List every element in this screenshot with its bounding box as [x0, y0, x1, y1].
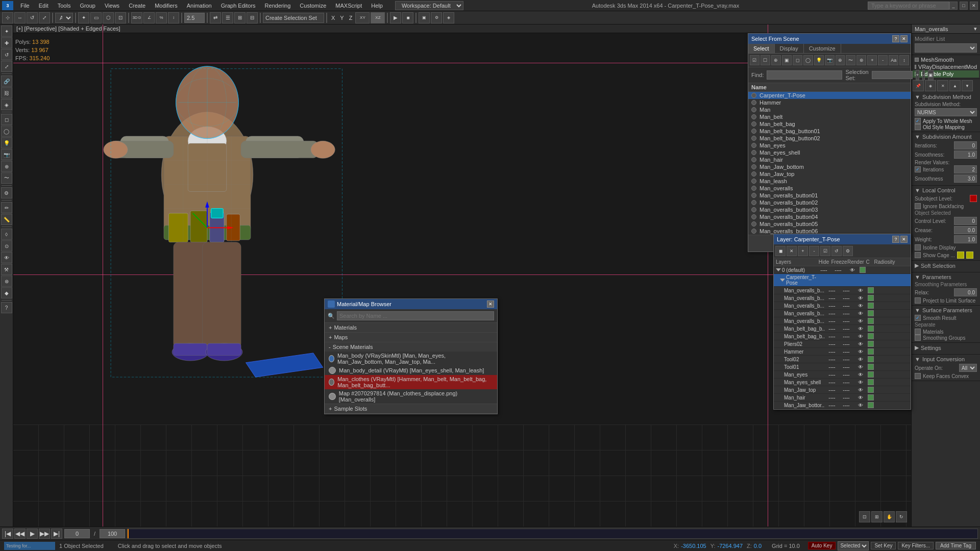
render-btn[interactable]: ▣ [419, 12, 430, 23]
item-radio8[interactable] [751, 143, 756, 148]
operate-on-dropdown[interactable]: All [959, 364, 977, 372]
rect-select-btn[interactable]: ▭ [90, 12, 102, 23]
menu-rendering[interactable]: Rendering [261, 2, 295, 10]
layer-color-jt[interactable] [868, 387, 874, 393]
scene-none[interactable]: ☐ [761, 55, 770, 65]
layer-color-tool01[interactable] [868, 364, 874, 370]
layer-color-bb1[interactable] [868, 325, 874, 332]
subdiv-amt-header[interactable]: ▼ Subdivision Amount [915, 134, 977, 140]
item-radio6[interactable] [751, 129, 756, 134]
panel-options-icon[interactable]: ▾ [974, 26, 977, 32]
sel-set-input[interactable] [872, 71, 913, 79]
lt-helpers-btn[interactable]: ⊕ [1, 161, 12, 172]
layer-settings-btn[interactable]: ⚙ [843, 246, 853, 256]
select-obj-btn[interactable]: ✦ [78, 12, 89, 23]
align-view-btn[interactable]: ⊞ [234, 12, 246, 23]
scene-warps[interactable]: 〜 [846, 55, 855, 65]
select-mode-btn[interactable]: ⊹ [2, 12, 13, 23]
tab-customize[interactable]: Customize [804, 44, 841, 53]
current-frame-input[interactable] [64, 529, 90, 538]
layer-item-ov2[interactable]: Man_overalls_b... ---- ---- 👁 [774, 294, 911, 302]
snap-value-input[interactable] [184, 13, 205, 23]
layer-color-ov3[interactable] [868, 303, 874, 309]
smoothness-input[interactable] [954, 151, 977, 159]
lt-geometry-btn[interactable]: ◻ [1, 114, 12, 125]
lt-isolate-btn[interactable]: ⊙ [1, 240, 12, 252]
item-radio4[interactable] [751, 114, 756, 119]
unique-btn[interactable]: ◈ [925, 80, 936, 91]
settings-header[interactable]: ▶ Settings [915, 344, 977, 351]
layer-expand-icon2[interactable] [780, 279, 785, 282]
dialog-help-btn[interactable]: ? [892, 35, 899, 42]
mat-sample-header[interactable]: + Sample Slots [325, 404, 497, 413]
close-icon[interactable]: ✕ [970, 2, 978, 10]
layer-list[interactable]: 0 (default) ---- ---- 👁 Carpenter_T-Pose [774, 266, 911, 409]
set-key-btn[interactable]: Set Key [871, 542, 896, 549]
lt-utilities-btn[interactable]: ⚒ [1, 264, 12, 275]
move-mod-down-btn[interactable]: ▼ [962, 80, 973, 91]
play-btn2[interactable]: ▶ [27, 529, 38, 539]
item-radio17[interactable] [751, 207, 756, 212]
layer-item-eyes[interactable]: Man_eyes ---- ---- 👁 [774, 371, 911, 379]
mat-item-body-detail[interactable]: Man_body_detail (VRayMtl) [Man_eyes_shel… [325, 366, 497, 375]
materials-checkbox[interactable] [915, 329, 921, 335]
item-radio3[interactable] [751, 107, 756, 112]
material-editor-btn[interactable]: ◈ [443, 12, 454, 23]
layer-help-btn[interactable]: ? [892, 236, 899, 243]
item-radio20[interactable] [751, 229, 756, 234]
scene-shapes[interactable]: ◯ [803, 55, 813, 65]
list-item-beltbag[interactable]: Man_belt_bag [748, 120, 911, 128]
lt-paint-btn[interactable]: ✏ [1, 202, 12, 213]
show-cage-checkbox[interactable] [915, 252, 921, 258]
layer-item-tool01[interactable]: Tool01 ---- ---- 👁 [774, 363, 911, 371]
layer-color-eyes[interactable] [868, 371, 874, 378]
lt-move-btn[interactable]: ✚ [1, 37, 12, 48]
scene-lights[interactable]: 💡 [814, 55, 824, 65]
materials-check[interactable]: Materials [915, 329, 977, 335]
keep-faces-check[interactable]: Keep Faces Convex [915, 373, 977, 379]
modifier-dropdown[interactable] [915, 43, 977, 53]
dialog-close-btn[interactable]: ✕ [900, 35, 908, 42]
list-item-overalls[interactable]: Man_overalls [748, 185, 911, 192]
xz-btn[interactable]: XZ [371, 12, 385, 23]
layer-color-ov5[interactable] [868, 318, 874, 324]
item-radio9[interactable] [751, 150, 756, 155]
next-frame-btn[interactable]: ▶| [51, 529, 62, 539]
mat-materials-header[interactable]: + Materials [325, 323, 497, 332]
list-item-btn01[interactable]: Man_belt_bag_button01 [748, 128, 911, 135]
minimize-icon[interactable]: _ [949, 2, 958, 10]
mat-item-clothes[interactable]: Man_clothes (VRayMtl) [Hammer, Man_belt,… [325, 375, 497, 389]
surf-params-header[interactable]: ▼ Surface Parameters [915, 307, 977, 313]
render-setup-btn[interactable]: ⚙ [431, 12, 442, 23]
layer-color-bb2[interactable] [868, 333, 874, 339]
snap-3d-btn[interactable]: 3D⊙ [131, 12, 142, 23]
zoom-extents-btn[interactable]: ⊡ [859, 511, 870, 522]
arc-rotate-btn[interactable]: ↻ [896, 511, 907, 522]
scene-add[interactable]: + [867, 55, 877, 65]
list-item-belt[interactable]: Man_belt [748, 113, 911, 120]
menu-tools[interactable]: Tools [54, 2, 75, 10]
ignore-backfacing-checkbox[interactable] [915, 203, 921, 209]
item-radio18[interactable] [751, 214, 756, 219]
subdiv-method-dropdown[interactable]: NURMS [915, 108, 977, 116]
layer-color-tool02[interactable] [868, 356, 874, 362]
list-item-hammer[interactable]: Hammer [748, 99, 911, 106]
list-item-ov-btn05[interactable]: Man_overalls_button05 [748, 220, 911, 228]
crease-input[interactable] [954, 226, 977, 234]
list-item-ov-btn04[interactable]: Man_overalls_button04 [748, 213, 911, 220]
item-radio2[interactable] [751, 100, 756, 105]
workspace-dropdown[interactable]: Workspace: Default [395, 1, 463, 10]
layer-color-ov2[interactable] [868, 295, 874, 301]
menu-file[interactable]: File [16, 2, 34, 10]
play-btn[interactable]: ▶ [390, 12, 401, 23]
timeline-track[interactable] [127, 529, 978, 539]
layer-item-default[interactable]: 0 (default) ---- ---- 👁 [774, 266, 911, 274]
search-input[interactable] [868, 2, 949, 10]
layer-refresh-btn[interactable]: ↺ [831, 246, 842, 256]
mat-search-input[interactable] [337, 311, 494, 320]
list-item-hair[interactable]: Man_hair [748, 156, 911, 163]
layer-delete-btn[interactable]: ✕ [787, 246, 797, 256]
item-radio19[interactable] [751, 221, 756, 227]
smooth-result-check[interactable]: Smooth Result [915, 315, 977, 321]
layer-expand-icon[interactable] [776, 268, 781, 271]
